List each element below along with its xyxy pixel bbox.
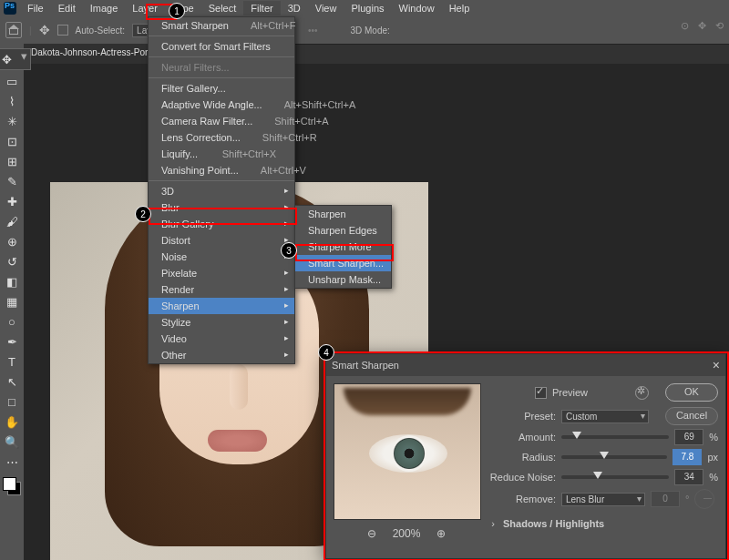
- stamp-tool[interactable]: ⊕: [3, 232, 21, 250]
- crop-tool[interactable]: ⊡: [3, 132, 21, 150]
- foreground-color[interactable]: [3, 477, 16, 491]
- menu-item-neural[interactable]: Neural Filters...: [149, 59, 294, 76]
- heal-tool[interactable]: ✚: [3, 192, 21, 210]
- history-brush-tool[interactable]: ↺: [3, 252, 21, 270]
- menu-bar: File Edit Image Layer Type Select Filter…: [0, 0, 729, 16]
- auto-select-label: Auto-Select:: [76, 25, 125, 36]
- submenu-unsharp-mask[interactable]: Unsharp Mask...: [295, 271, 391, 288]
- gradient-tool[interactable]: ▦: [3, 292, 21, 311]
- menu-item-video[interactable]: Video: [149, 331, 294, 347]
- callout-4: 4: [318, 344, 334, 361]
- move-tool[interactable]: ✥: [0, 48, 31, 70]
- home-icon[interactable]: [5, 22, 22, 38]
- zoom-tool[interactable]: 🔍: [3, 433, 21, 451]
- menu-help[interactable]: Help: [442, 1, 477, 15]
- tools-panel: ✥ ▭ ⌇ ✳ ⊡ ⊞ ✎ ✚ 🖌 ⊕ ↺ ◧ ▦ ○ ✒ T ↖ □ ✋ 🔍 …: [0, 44, 24, 560]
- marquee-tool[interactable]: ▭: [3, 72, 21, 90]
- menu-3d[interactable]: 3D: [281, 1, 308, 15]
- annotation-box-3: [295, 244, 394, 261]
- submenu-sharpen-edges[interactable]: Sharpen Edges: [295, 222, 391, 239]
- menu-file[interactable]: File: [20, 1, 51, 15]
- menu-item-liquify[interactable]: Liquify...Shift+Ctrl+X: [149, 146, 294, 162]
- menu-item-camera-raw[interactable]: Camera Raw Filter...Shift+Ctrl+A: [149, 113, 294, 129]
- menu-item-noise[interactable]: Noise: [149, 249, 294, 265]
- menu-edit[interactable]: Edit: [51, 1, 83, 15]
- callout-1: 1: [169, 3, 185, 19]
- top-right-icons: ⊙ ✥ ⟲: [681, 20, 724, 32]
- menu-item-other[interactable]: Other: [149, 347, 294, 363]
- hand-tool[interactable]: ✋: [3, 412, 21, 431]
- menu-plugins[interactable]: Plugins: [344, 1, 391, 15]
- path-tool[interactable]: ↖: [3, 372, 21, 391]
- menu-select[interactable]: Select: [201, 1, 244, 15]
- menu-item-sharpen[interactable]: Sharpen: [149, 298, 294, 314]
- menu-window[interactable]: Window: [392, 1, 442, 15]
- callout-2: 2: [135, 206, 151, 222]
- menu-view[interactable]: View: [308, 1, 344, 15]
- lasso-tool[interactable]: ⌇: [3, 92, 21, 110]
- type-tool[interactable]: T: [3, 352, 21, 371]
- eraser-tool[interactable]: ◧: [3, 272, 21, 290]
- pen-tool[interactable]: ✒: [3, 332, 21, 351]
- annotation-box-4: [323, 351, 729, 560]
- wand-tool[interactable]: ✳: [3, 112, 21, 130]
- menu-filter[interactable]: Filter: [243, 1, 280, 15]
- menu-item-stylize[interactable]: Stylize: [149, 314, 294, 331]
- brush-tool[interactable]: 🖌: [3, 212, 21, 230]
- menu-item-render[interactable]: Render: [149, 281, 294, 298]
- 3d-mode-label: 3D Mode:: [350, 25, 389, 36]
- 3d-orbit-icon[interactable]: ⊙: [681, 20, 689, 32]
- menu-item-filter-gallery[interactable]: Filter Gallery...: [149, 80, 294, 97]
- eyedropper-tool[interactable]: ✎: [3, 172, 21, 190]
- more-tools[interactable]: ⋯: [3, 453, 21, 471]
- menu-image[interactable]: Image: [83, 1, 126, 15]
- annotation-box-2: [149, 208, 297, 225]
- submenu-sharpen[interactable]: Sharpen: [295, 206, 391, 222]
- filter-menu-dropdown: Smart SharpenAlt+Ctrl+F Convert for Smar…: [148, 16, 295, 364]
- color-swatches[interactable]: [3, 477, 21, 495]
- menu-item-3d[interactable]: 3D: [149, 183, 294, 199]
- menu-item-convert-smart[interactable]: Convert for Smart Filters: [149, 38, 294, 55]
- frame-tool[interactable]: ⊞: [3, 152, 21, 170]
- menu-item-lens-correction[interactable]: Lens Correction...Shift+Ctrl+R: [149, 129, 294, 146]
- options-bar: | ✥ Auto-Select: Layer ⊟ ⊞ ⊡ ≡ ⦀ ••• 3D …: [0, 16, 729, 45]
- shape-tool[interactable]: □: [3, 392, 21, 411]
- menu-item-pixelate[interactable]: Pixelate: [149, 265, 294, 281]
- menu-item-vanishing-point[interactable]: Vanishing Point...Alt+Ctrl+V: [149, 162, 294, 178]
- menu-item-adaptive-wide[interactable]: Adaptive Wide Angle...Alt+Shift+Ctrl+A: [149, 97, 294, 113]
- menu-item-distort[interactable]: Distort: [149, 232, 294, 249]
- 3d-zoom-icon[interactable]: ⟲: [715, 20, 724, 32]
- auto-select-checkbox[interactable]: [57, 25, 68, 36]
- app-logo-icon: [4, 2, 16, 15]
- move-tool-icon[interactable]: ✥: [39, 23, 50, 37]
- 3d-pan-icon[interactable]: ✥: [698, 20, 706, 32]
- callout-3: 3: [281, 242, 297, 259]
- dodge-tool[interactable]: ○: [3, 312, 21, 331]
